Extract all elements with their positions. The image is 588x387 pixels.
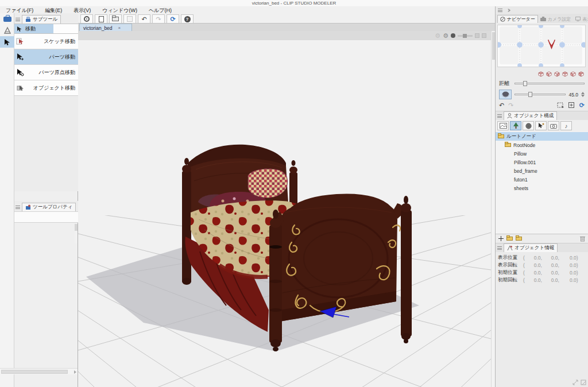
view-settings-gear-icon[interactable]: ⚙ [435,33,440,39]
view-cube-icon[interactable] [570,71,577,78]
object-structure-tab[interactable]: オブジェクト構成 [504,111,557,120]
subtool-group-move[interactable]: 移動 [14,24,53,33]
document-tab-victorian-bed[interactable]: victorian_bed × [79,24,132,32]
tool-property-tab[interactable]: ツールプロパティ [22,203,76,211]
viewport-3d[interactable] [78,40,491,387]
subtool-empty-area [14,96,78,191]
tab-camera-settings[interactable]: カメラ設定 [538,15,574,23]
tree-item-rootnode[interactable]: RootNode [496,141,588,149]
monitor-icon [575,17,581,21]
show-camera-button[interactable] [548,121,559,130]
view-cube-icon[interactable] [554,71,560,78]
show-materials-button[interactable] [523,121,534,130]
view-cube-icon[interactable] [537,71,544,78]
cursor-star-icon [538,123,544,129]
subtool-item-object-move[interactable]: オブジェクト移動 [14,80,78,96]
panel-menu-icon[interactable] [16,206,20,209]
tree-item-root[interactable]: ルートノード [496,132,588,141]
object-structure-icon [507,113,512,119]
view-option2-icon[interactable] [482,33,486,38]
canvas-vscrollbar[interactable] [491,31,495,387]
tool-property-scrollbar[interactable] [75,224,78,243]
show-layout-button[interactable] [535,121,547,130]
subtool-item-parts-origin-move[interactable]: パーツ原点移動 [14,65,78,80]
operation-tool-icon [3,26,11,34]
view-cube-icon[interactable] [562,71,568,78]
reset-view-icon[interactable]: ⟳ [579,102,585,109]
hscroll-arrow-icon[interactable] [74,370,76,374]
subtool-panel: サブツール 移動 スケッチ移動 パーツ移動 [14,13,78,191]
distance-slider[interactable] [514,83,585,84]
redo-icon[interactable]: ↷ [508,102,513,109]
fov-spinner[interactable] [581,92,585,97]
object-info-icon [507,245,513,251]
trash-icon[interactable] [580,235,585,242]
view-cube-icon[interactable] [578,71,585,78]
navigator-compass-icon [500,17,505,22]
view-mode-icon[interactable] [451,33,455,38]
subtool-item-parts-move[interactable]: パーツ移動 [14,49,78,65]
new-folder-icon[interactable] [506,237,513,241]
parts-origin-move-icon [16,68,24,76]
tool-property-tab-icon [25,204,31,210]
view-zoom-slider[interactable] [458,35,473,37]
tree-item-futon1[interactable]: futon1 [496,175,588,184]
subtool-item-sketch-move[interactable]: スケッチ移動 [14,34,78,49]
subtool-group-row: 移動 [14,24,78,33]
panel-menu-icon[interactable] [16,18,20,21]
hscroll-thumb[interactable] [1,370,68,374]
toolbox-button[interactable] [0,13,14,25]
tree-item-pillow-001[interactable]: Pillow.001 [496,158,588,167]
view-option-icon[interactable] [475,33,479,38]
tree-item-bed-frame[interactable]: bed_frame [496,167,588,175]
show-image-button[interactable] [497,121,509,130]
parts-move-icon [16,53,24,61]
tab-navigator[interactable]: ナビゲーター [497,15,538,23]
panel-menu-icon[interactable] [497,114,502,118]
scale-icon[interactable] [572,380,578,385]
panel-menu-icon[interactable] [497,246,502,250]
fit-view-icon[interactable] [568,102,575,109]
toolbox-icon [3,17,11,22]
perspective-button[interactable] [499,90,512,99]
add-node-icon[interactable] [498,236,504,241]
subtool-tab-icon [25,17,31,22]
show-nodes-button[interactable] [510,121,521,130]
document-tab-strip: victorian_bed × [78,23,495,31]
distance-label: 距離 [499,80,512,87]
view-cube-icon[interactable] [546,71,552,78]
tree-item-sheets[interactable]: sheets [496,184,588,192]
fov-value[interactable]: 45.0 [568,92,578,98]
collapse-panel-icon[interactable] [507,9,510,11]
close-tab-icon[interactable]: × [118,25,121,30]
operation-tool-button[interactable] [0,25,14,36]
move-tool-button[interactable] [0,36,14,48]
left-panel: サブツール 移動 スケッチ移動 パーツ移動 [0,13,78,387]
undo-icon[interactable]: ↶ [499,102,504,109]
right-panel-header [496,6,588,14]
duplicate-folder-icon[interactable] [516,237,522,241]
panel-menu-icon[interactable] [498,9,502,12]
folder-icon [498,134,504,138]
right-panel: ナビゲーター カメラ設定 表示設定 [495,6,588,387]
distance-row: 距離 [496,79,588,88]
object-structure-bottombar [496,234,588,243]
left-panel-hscrollbar[interactable] [0,368,78,374]
sphere-icon [525,123,532,129]
object-info-tab[interactable]: オブジェクト情報 [504,243,558,252]
navigator-preview[interactable] [496,23,588,70]
marquee-select-icon[interactable] [557,102,564,109]
subtool-panel-header: サブツール [14,13,78,24]
tree-item-pillow[interactable]: Pillow [496,149,588,158]
tab-display-settings[interactable]: 表示設定 [573,15,588,23]
resize-handle-icon[interactable] [581,380,586,385]
fov-slider[interactable] [514,94,566,95]
window-title: victorian_bed - CLIP STUDIO MODELER [252,1,336,6]
render-settings-gear-icon[interactable]: ⚙ [443,33,448,39]
move-cursor-icon [3,38,11,46]
subtool-tab[interactable]: サブツール [22,15,61,24]
camera-icon [540,17,546,21]
object-structure-toolbar: ♪ [496,120,588,131]
show-sound-button[interactable]: ♪ [560,121,572,130]
scene-victorian-bed [78,40,491,387]
